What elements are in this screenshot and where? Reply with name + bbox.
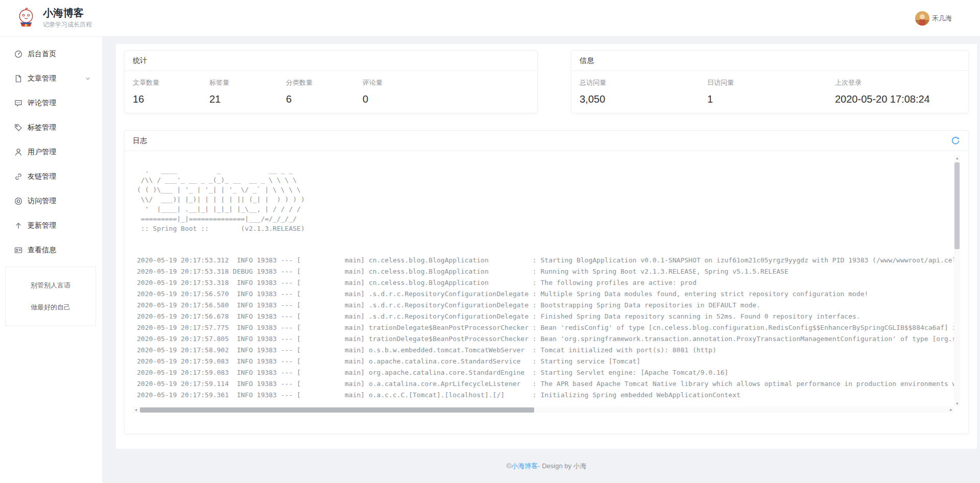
- log-line: 2020-05-19 20:17:53.318 INFO 19383 --- […: [137, 277, 960, 288]
- scroll-up-arrow-icon[interactable]: ▲: [954, 155, 960, 161]
- log-line: 2020-05-19 20:17:57.775 INFO 19383 --- […: [137, 322, 960, 333]
- quote-line: 别管别人言语: [6, 281, 95, 290]
- document-icon: [14, 75, 22, 83]
- dashboard-icon: [14, 50, 22, 58]
- log-line: 2020-05-19 20:17:59.083 INFO 19383 --- […: [137, 356, 960, 367]
- stat-label: 评论量: [363, 78, 383, 87]
- log-horizontal-scrollbar[interactable]: ◀ ▶: [133, 407, 954, 413]
- sidebar: 后台首页 文章管理 评论管理 标签管理 用户管理 友链管理: [0, 37, 102, 483]
- spring-boot-banner: . ____ _ __ _ _ /\\ / ___'_ __ _ _(_)_ _…: [133, 155, 960, 233]
- sidebar-item-label: 更新管理: [28, 221, 91, 230]
- log-card-title: 日志: [133, 136, 147, 146]
- log-line: 2020-05-19 20:17:57.805 INFO 19383 --- […: [137, 333, 960, 345]
- brand-text: 小海博客 记录学习成长历程: [43, 7, 92, 29]
- brand[interactable]: 小海博客 记录学习成长历程: [15, 7, 92, 29]
- sidebar-item-label: 文章管理: [28, 74, 85, 83]
- sidebar-item-links[interactable]: 友链管理: [0, 164, 102, 189]
- sidebar-item-label: 访问管理: [28, 197, 91, 206]
- info-card-icon: [14, 246, 22, 254]
- horizontal-scroll-thumb[interactable]: [140, 407, 534, 413]
- sidebar-quote-box: 别管别人言语做最好的自己: [5, 267, 96, 326]
- sidebar-item-visits[interactable]: 访问管理: [0, 189, 102, 213]
- main-area: 统计 文章数量 16 标签量 21 分类数量 6 评论量 0 信息 总访问量 3…: [102, 37, 980, 483]
- sidebar-item-dashboard[interactable]: 后台首页: [0, 42, 102, 66]
- refresh-icon[interactable]: [951, 136, 960, 146]
- log-line: 2020-05-19 20:17:56.580 INFO 19383 --- […: [137, 300, 960, 311]
- user-avatar: [915, 11, 929, 26]
- chevron-down-icon: [85, 76, 91, 82]
- visit-icon: [14, 197, 22, 205]
- stat-value: 21: [209, 93, 286, 105]
- stat-column: 上次登录 2020-05-20 17:08:24: [835, 78, 930, 105]
- link-icon: [14, 173, 22, 181]
- comment-icon: [14, 99, 22, 107]
- stat-column: 评论量 0: [363, 78, 383, 105]
- log-line: 2020-05-19 20:17:53.312 INFO 19383 --- […: [137, 255, 960, 266]
- sidebar-item-info[interactable]: 查看信息: [0, 238, 102, 262]
- sidebar-item-label: 标签管理: [28, 123, 91, 132]
- stat-label: 标签量: [209, 78, 286, 87]
- stat-label: 分类数量: [286, 78, 363, 87]
- stat-value: 6: [286, 93, 363, 105]
- sidebar-item-label: 后台首页: [28, 50, 91, 59]
- site-logo-icon: [15, 8, 37, 29]
- username-label: 禾几海: [932, 14, 952, 23]
- info-card-title: 信息: [580, 56, 594, 65]
- site-title: 小海博客: [43, 7, 92, 18]
- content-panel: 统计 文章数量 16 标签量 21 分类数量 6 评论量 0 信息 总访问量 3…: [116, 44, 977, 449]
- footer-copyright: ©: [507, 462, 512, 470]
- scroll-down-arrow-icon[interactable]: ▼: [954, 401, 960, 407]
- sidebar-item-articles[interactable]: 文章管理: [0, 66, 102, 91]
- stat-column: 文章数量 16: [133, 78, 209, 105]
- footer-designer: - Design by 小海: [538, 462, 586, 471]
- user-icon: [14, 148, 22, 156]
- info-card-body: 总访问量 3,050 日访问量 1 上次登录 2020-05-20 17:08:…: [571, 71, 968, 112]
- stat-value: 16: [133, 93, 209, 105]
- user-menu[interactable]: 禾几海: [915, 11, 952, 26]
- stat-column: 标签量 21: [209, 78, 286, 105]
- stat-value: 0: [363, 93, 383, 105]
- log-vertical-scrollbar[interactable]: ▲ ▼: [954, 155, 960, 407]
- sidebar-item-label: 评论管理: [28, 99, 91, 108]
- sidebar-item-users[interactable]: 用户管理: [0, 140, 102, 164]
- stats-card-body: 文章数量 16 标签量 21 分类数量 6 评论量 0: [125, 71, 537, 112]
- quote-line: 做最好的自己: [6, 303, 95, 312]
- info-card: 信息 总访问量 3,050 日访问量 1 上次登录 2020-05-20 17:…: [571, 50, 969, 113]
- scroll-left-arrow-icon[interactable]: ◀: [133, 407, 139, 413]
- sidebar-item-comments[interactable]: 评论管理: [0, 91, 102, 115]
- stats-card-title: 统计: [133, 56, 147, 65]
- tag-icon: [14, 124, 22, 132]
- sidebar-item-tags[interactable]: 标签管理: [0, 115, 102, 140]
- stat-label: 文章数量: [133, 78, 209, 87]
- vertical-scroll-thumb[interactable]: [954, 162, 960, 249]
- update-icon: [14, 222, 22, 230]
- stat-value: 2020-05-20 17:08:24: [835, 93, 930, 105]
- sidebar-item-label: 用户管理: [28, 148, 91, 157]
- sidebar-item-label: 友链管理: [28, 172, 91, 181]
- sidebar-item-updates[interactable]: 更新管理: [0, 213, 102, 238]
- stat-label: 日访问量: [707, 78, 835, 87]
- scroll-right-arrow-icon[interactable]: ▶: [948, 407, 954, 413]
- footer: © 小海博客 - Design by 小海: [116, 449, 977, 483]
- footer-site-link[interactable]: 小海博客: [511, 462, 538, 471]
- stat-label: 上次登录: [835, 78, 930, 87]
- log-line: 2020-05-19 20:17:58.902 INFO 19383 --- […: [137, 345, 960, 356]
- log-line: 2020-05-19 20:17:59.361 INFO 19383 --- […: [137, 390, 960, 401]
- stat-column: 日访问量 1: [707, 78, 835, 105]
- stats-card-header: 统计: [125, 51, 537, 71]
- stat-column: 总访问量 3,050: [580, 78, 707, 105]
- log-card-body: . ____ _ __ _ _ /\\ / ___'_ __ _ _(_)_ _…: [125, 151, 968, 413]
- stat-column: 分类数量 6: [286, 78, 363, 105]
- top-header: 小海博客 记录学习成长历程 禾几海: [0, 0, 980, 37]
- stats-card: 统计 文章数量 16 标签量 21 分类数量 6 评论量 0: [124, 50, 538, 113]
- stat-value: 1: [707, 93, 835, 105]
- sidebar-menu: 后台首页 文章管理 评论管理 标签管理 用户管理 友链管理: [0, 42, 102, 262]
- stat-label: 总访问量: [580, 78, 707, 87]
- log-lines: 2020-05-19 20:17:53.312 INFO 19383 --- […: [133, 255, 960, 401]
- log-line: 2020-05-19 20:17:59.083 INFO 19383 --- […: [137, 367, 960, 378]
- log-card-header: 日志: [125, 131, 968, 151]
- info-card-header: 信息: [571, 51, 968, 71]
- log-line: 2020-05-19 20:17:53.318 DEBUG 19383 --- …: [137, 266, 960, 277]
- log-line: 2020-05-19 20:17:59.114 INFO 19383 --- […: [137, 378, 960, 390]
- sidebar-item-label: 查看信息: [28, 246, 91, 255]
